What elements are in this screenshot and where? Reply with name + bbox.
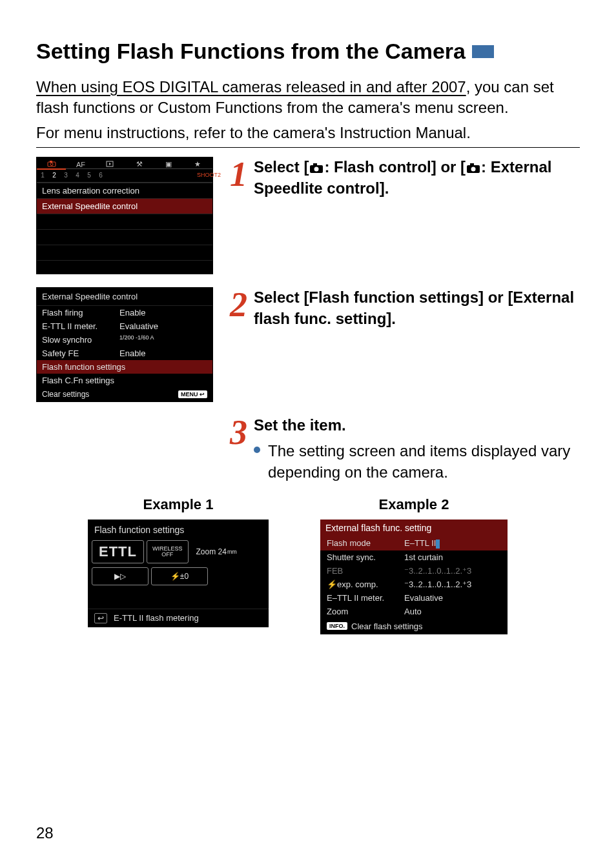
step-2-text: Select [Flash function settings] or [Ext… <box>254 287 580 329</box>
svg-rect-5 <box>313 163 317 166</box>
svg-rect-1 <box>50 161 52 163</box>
row-flash-cfn-settings: Flash C.Fn settings <box>37 374 212 387</box>
ex2-row-ettl-meter: E–TTL II meter.Evaluative <box>320 591 508 605</box>
step-3: 3 Set the item. The setting screen and i… <box>36 415 580 483</box>
tab-camera-icon <box>37 160 66 170</box>
row-flash-function-settings: Flash function settings <box>37 360 212 374</box>
subtab-1: 1 <box>37 172 48 182</box>
example-1-lcd: Flash function settings ETTL WIRELESSOFF… <box>88 520 269 627</box>
row-flash-firing: Flash firingEnable <box>37 306 212 319</box>
step-number-3: 3 <box>230 415 247 483</box>
row-slow-synchro: Slow synchro1/200 -1/60 A <box>37 333 212 347</box>
ex1-header: Flash function settings <box>88 520 269 540</box>
example-2: Example 2 External flash func. setting F… <box>320 496 508 634</box>
pill-wireless: WIRELESSOFF <box>147 540 189 563</box>
subtab-6: 6 <box>95 172 107 182</box>
info-badge: INFO. <box>327 622 347 630</box>
menu-badge: MENU ↩ <box>178 390 207 398</box>
menu-item-lens-aberration: Lens aberration correction <box>37 183 212 198</box>
camera-icon <box>466 163 480 174</box>
svg-point-2 <box>50 163 53 165</box>
ex2-row-zoom: ZoomAuto <box>320 605 508 618</box>
pill-zoom: Zoom 24mm <box>191 540 242 563</box>
pill-ettl: ETTL <box>92 540 144 563</box>
intro-paragraph: When using EOS DIGITAL cameras released … <box>36 77 580 119</box>
step-3-heading: Set the item. <box>254 416 346 434</box>
accent-bar <box>472 45 494 58</box>
ex2-row-feb: FEB⁻3..2..1..0..1..2.⁺3 <box>320 564 508 578</box>
back-icon: ↩ <box>94 613 107 623</box>
ex2-footer: INFO. Clear flash settings <box>320 618 508 634</box>
tab-play-icon <box>96 161 125 169</box>
step-2: External Speedlite control Flash firingE… <box>36 287 580 402</box>
subtab-5: 5 <box>83 172 95 182</box>
lcd2-header: External Speedlite control <box>37 288 212 306</box>
menu-item-external-speedlite: External Speedlite control <box>37 198 212 214</box>
svg-point-9 <box>471 167 476 172</box>
camera-lcd-menu-1: AF ⚒ ▣ ★ 1 2 3 4 5 6 SHOOT2 Lens aberrat… <box>36 157 213 274</box>
ex1-footer: ↩ E-TTL II flash metering <box>88 609 269 627</box>
camera-lcd-menu-2: External Speedlite control Flash firingE… <box>36 287 213 402</box>
step-1-text: Select [: Flash control] or [: External … <box>254 157 580 199</box>
intro-line-2: For menu instructions, refer to the came… <box>36 123 580 148</box>
ex2-row-flash-mode: Flash modeE–TTL II <box>320 536 508 550</box>
ex2-row-exp-comp: ⚡exp. comp.⁻3..2..1..0..1..2.⁺3 <box>320 578 508 591</box>
example-1: Example 1 Flash function settings ETTL W… <box>88 496 269 634</box>
tab-star-icon: ★ <box>183 160 212 169</box>
scroll-indicator <box>436 540 440 549</box>
camera-icon <box>309 163 323 174</box>
page-title: Setting Flash Functions from the Camera <box>36 39 580 64</box>
tab-wrench-icon: ⚒ <box>125 160 154 169</box>
ex2-row-shutter-sync: Shutter sync.1st curtain <box>320 550 508 564</box>
step-number-2: 2 <box>230 287 247 329</box>
ex2-header: External flash func. setting <box>320 520 508 536</box>
tab-custom-icon: ▣ <box>154 160 183 169</box>
example-2-label: Example 2 <box>320 496 508 513</box>
row-clear-settings: Clear settings MENU ↩ <box>37 387 212 401</box>
subtab-3: 3 <box>60 172 72 182</box>
tab-af: AF <box>66 161 95 169</box>
step-1: AF ⚒ ▣ ★ 1 2 3 4 5 6 SHOOT2 Lens aberrat… <box>36 157 580 274</box>
shoot2-label: SHOOT2 <box>197 172 209 182</box>
example-2-lcd: External flash func. setting Flash modeE… <box>320 520 508 634</box>
row-ettl-meter: E-TTL II meter.Evaluative <box>37 319 212 333</box>
svg-rect-8 <box>470 163 474 166</box>
page-number: 28 <box>36 824 54 842</box>
pill-exp-comp: ⚡±0 <box>151 567 208 585</box>
row-safety-fe: Safety FEEnable <box>37 347 212 360</box>
svg-point-6 <box>314 167 319 172</box>
subtab-2: 2 <box>48 172 60 182</box>
step-3-bullet: The setting screen and items displayed v… <box>254 440 580 483</box>
subtab-4: 4 <box>72 172 83 182</box>
example-1-label: Example 1 <box>88 496 269 513</box>
step-number-1: 1 <box>230 157 247 199</box>
pill-sync-icon: ▶▷ <box>92 567 149 585</box>
